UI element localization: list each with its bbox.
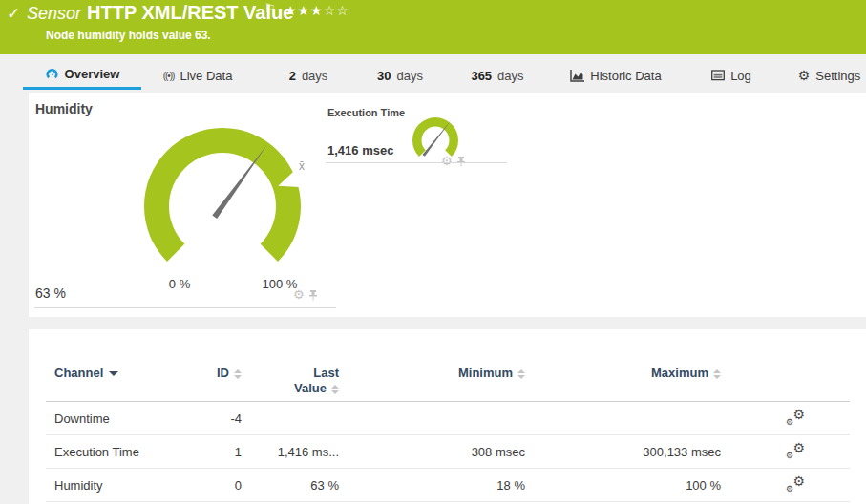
sort-icon xyxy=(517,369,525,379)
table-row: Execution Time 1 1,416 ms... 308 msec 30… xyxy=(29,435,866,468)
row-divider xyxy=(46,501,850,502)
channel-settings-icon[interactable]: ⚙⚙ xyxy=(786,443,805,458)
status-ok-icon: ✓ xyxy=(7,4,20,24)
column-header-last-value[interactable]: Last Value xyxy=(242,358,339,396)
tab-30-days[interactable]: 30 days xyxy=(370,61,431,90)
execution-time-widget-actions: ⚙ xyxy=(441,156,466,167)
humidity-widget-divider xyxy=(34,307,336,308)
gauge-icon xyxy=(45,67,59,81)
flag-icon[interactable]: ⚐ xyxy=(264,1,276,15)
tab-365-days[interactable]: 365 days xyxy=(462,61,533,90)
channel-id: -4 xyxy=(198,411,242,426)
tab-30-days-unit: days xyxy=(397,69,423,83)
tab-log-label: Log xyxy=(730,69,751,83)
channel-maximum: 100 % xyxy=(525,478,721,493)
tab-2-days[interactable]: 2 days xyxy=(281,61,336,90)
widget-pin-icon[interactable] xyxy=(456,157,466,167)
channel-last-value: 63 % xyxy=(242,478,339,493)
channel-last-value: 1,416 ms... xyxy=(242,445,339,459)
tab-historic-data[interactable]: Historic Data xyxy=(563,61,668,90)
gauges-panel: Humidity x̄ 0 % 100 % 63 % ⚙ Execution T… xyxy=(29,93,866,317)
tab-historic-data-label: Historic Data xyxy=(590,69,661,83)
channel-name[interactable]: Humidity xyxy=(54,478,198,493)
sensor-title: HTTP XML/REST Value xyxy=(87,2,293,24)
column-header-channel[interactable]: Channel xyxy=(54,358,198,380)
widget-gear-icon[interactable]: ⚙ xyxy=(441,156,453,167)
tab-365-days-unit: days xyxy=(497,69,523,83)
sort-icon xyxy=(331,385,339,394)
sensor-status-message: Node humidity holds value 63. xyxy=(46,29,211,42)
tab-30-days-number: 30 xyxy=(377,69,391,83)
channel-minimum: 308 msec xyxy=(339,445,525,459)
execution-time-widget-divider xyxy=(326,162,507,163)
table-row: Humidity 0 63 % 18 % 100 % ⚙⚙ xyxy=(29,469,866,501)
sort-icon xyxy=(234,369,242,379)
channel-settings-icon[interactable]: ⚙⚙ xyxy=(786,476,805,492)
tab-overview-label: Overview xyxy=(65,67,120,81)
log-list-icon xyxy=(711,70,725,81)
channel-id: 0 xyxy=(198,478,242,493)
tab-live-data-label: Live Data xyxy=(180,69,232,83)
live-signal-icon: ((•)) xyxy=(163,71,175,81)
sensor-kind-label: Sensor xyxy=(27,4,81,24)
sensor-header: ✓ Sensor HTTP XML/REST Value ⚐ ★★★☆☆ Nod… xyxy=(0,0,866,54)
tab-overview[interactable]: Overview xyxy=(23,61,141,90)
execution-time-current-value: 1,416 msec xyxy=(327,143,393,158)
channel-id: 1 xyxy=(198,445,242,459)
column-header-maximum[interactable]: Maximum xyxy=(525,358,721,380)
channel-maximum: 300,133 msec xyxy=(525,445,721,459)
execution-time-gauge-title: Execution Time xyxy=(327,107,405,118)
widget-gear-icon[interactable]: ⚙ xyxy=(293,289,305,301)
humidity-gauge-min-label: 0 % xyxy=(156,277,203,291)
widget-pin-icon[interactable] xyxy=(308,290,318,301)
tab-2-days-unit: days xyxy=(302,69,327,83)
area-chart-icon xyxy=(570,70,584,82)
humidity-gauge xyxy=(127,125,318,297)
humidity-current-value: 63 % xyxy=(35,285,66,301)
gear-icon: ⚙ xyxy=(798,68,811,83)
tab-365-days-number: 365 xyxy=(471,69,492,83)
tab-settings-label: Settings xyxy=(815,69,860,83)
channel-settings-icon[interactable]: ⚙⚙ xyxy=(786,410,805,425)
column-header-id[interactable]: ID xyxy=(198,358,242,380)
channel-name[interactable]: Execution Time xyxy=(54,445,198,459)
average-marker: x̄ xyxy=(299,159,305,173)
channel-table: Channel ID Last Value Minimum Maximum Do… xyxy=(29,329,866,502)
humidity-gauge-title: Humidity xyxy=(35,101,93,116)
channel-minimum: 18 % xyxy=(339,478,525,493)
tab-2-days-number: 2 xyxy=(289,69,296,83)
table-row: Downtime -4 ⚙⚙ xyxy=(29,402,866,434)
tab-settings[interactable]: ⚙ Settings xyxy=(792,61,866,90)
column-header-minimum[interactable]: Minimum xyxy=(339,358,525,380)
sort-icon xyxy=(713,369,721,379)
channel-table-header: Channel ID Last Value Minimum Maximum xyxy=(29,358,866,401)
humidity-widget-actions: ⚙ xyxy=(293,289,318,301)
tab-bar: Overview ((•)) Live Data 2 days 30 days … xyxy=(0,61,866,90)
priority-stars[interactable]: ★★★☆☆ xyxy=(285,3,349,18)
tab-log[interactable]: Log xyxy=(704,61,759,90)
tab-live-data[interactable]: ((•)) Live Data xyxy=(151,61,244,90)
channel-name[interactable]: Downtime xyxy=(54,411,198,426)
channels-panel: Channel ID Last Value Minimum Maximum Do… xyxy=(29,329,866,504)
sorted-desc-icon xyxy=(109,371,118,376)
